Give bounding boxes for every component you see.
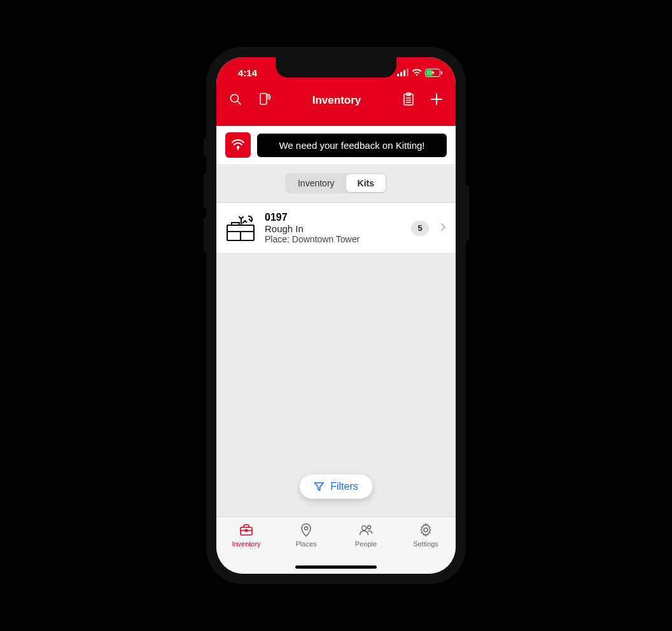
svg-point-26 <box>305 527 308 530</box>
svg-rect-2 <box>403 70 405 76</box>
toolbox-icon <box>225 214 256 242</box>
list-item-text: 0197 Rough In Place: Downtown Tower <box>265 212 402 244</box>
page-title: Inventory <box>312 94 361 107</box>
svg-point-29 <box>424 528 428 532</box>
nav-bar: Inventory <box>216 85 456 116</box>
scanner-icon[interactable] <box>257 92 271 109</box>
briefcase-icon <box>239 522 254 537</box>
svg-rect-6 <box>426 70 432 76</box>
chevron-right-icon <box>440 223 447 234</box>
list-item-name: Rough In <box>265 223 402 234</box>
volume-down-button <box>204 218 207 253</box>
list-item-place: Place: Downtown Tower <box>265 234 402 244</box>
count-badge: 5 <box>411 221 429 236</box>
wifi-lock-icon <box>225 132 251 158</box>
status-time: 4:14 <box>229 65 257 78</box>
add-icon[interactable] <box>430 93 443 108</box>
map-pin-icon <box>298 522 314 537</box>
svg-rect-1 <box>400 72 402 76</box>
tab-inventory[interactable]: Inventory <box>286 174 346 192</box>
list-item[interactable]: 0197 Rough In Place: Downtown Tower 5 <box>216 203 456 254</box>
tab-settings[interactable]: Settings <box>396 522 456 574</box>
status-icons <box>397 66 443 77</box>
wifi-icon <box>412 69 422 76</box>
home-indicator[interactable] <box>295 565 377 569</box>
phone-screen: 4:14 Inventory <box>216 57 456 574</box>
segmented-control: Inventory Kits <box>285 173 387 193</box>
svg-rect-3 <box>407 69 409 76</box>
svg-rect-9 <box>260 94 267 104</box>
svg-rect-18 <box>237 148 239 150</box>
filters-button[interactable]: Filters <box>300 475 372 499</box>
list-area: 0197 Rough In Place: Downtown Tower 5 <box>216 203 456 254</box>
cellular-icon <box>397 69 409 76</box>
list-item-code: 0197 <box>265 212 402 223</box>
clipboard-icon[interactable] <box>402 92 415 109</box>
filters-label: Filters <box>330 481 358 492</box>
gear-icon <box>418 522 433 537</box>
power-button <box>465 186 469 240</box>
filter-icon <box>314 482 324 492</box>
notch <box>276 57 396 78</box>
tab-kits[interactable]: Kits <box>346 174 386 192</box>
people-icon <box>358 522 374 537</box>
tab-inventory-bottom[interactable]: Inventory <box>216 522 276 574</box>
svg-rect-22 <box>232 223 239 225</box>
svg-rect-5 <box>441 71 442 74</box>
volume-up-button <box>204 173 207 209</box>
search-icon[interactable] <box>229 93 242 108</box>
feedback-banner-text: We need your feedback on Kitting! <box>257 134 447 157</box>
svg-point-7 <box>231 95 239 102</box>
svg-point-27 <box>362 526 367 530</box>
svg-rect-0 <box>397 74 399 76</box>
svg-point-28 <box>367 525 370 529</box>
battery-charging-icon <box>425 69 443 77</box>
feedback-banner[interactable]: We need your feedback on Kitting! <box>216 126 456 164</box>
segmented-control-row: Inventory Kits <box>216 164 456 203</box>
phone-bezel: 4:14 Inventory <box>206 47 466 584</box>
mute-switch <box>204 137 207 156</box>
svg-line-8 <box>238 102 241 105</box>
